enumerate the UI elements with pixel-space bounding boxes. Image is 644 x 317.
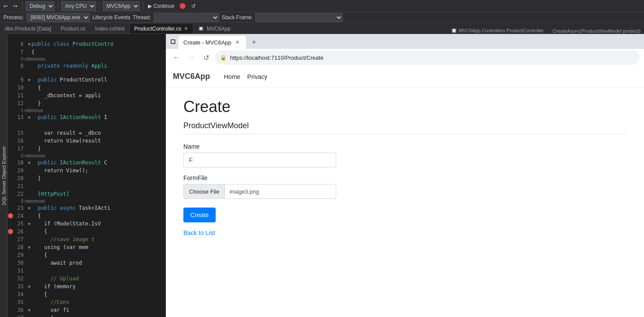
toolbar-undo-btn[interactable]: ↩ bbox=[2, 2, 10, 10]
browser-tab-close-btn[interactable]: ✕ bbox=[234, 39, 241, 46]
browser-active-tab[interactable]: Create - MVC6App ✕ bbox=[178, 36, 246, 49]
thread-select[interactable] bbox=[154, 13, 219, 22]
code-line-20: 20 ▼ } bbox=[8, 174, 165, 182]
collapse-28[interactable]: ▼ bbox=[28, 245, 31, 250]
browser-nav-bar: ← → ↺ 🔒 https://localhost:7110/Product/C… bbox=[166, 49, 644, 66]
mvc6app-controllers-label: 🔲 MVC6App Controllers ProductController bbox=[451, 28, 544, 34]
toolbar-extra-2[interactable]: ↺ bbox=[189, 2, 197, 10]
collapse-6[interactable]: ▼ bbox=[28, 42, 31, 47]
browser-new-tab-btn[interactable]: + bbox=[248, 36, 260, 48]
tab-product-controller-close[interactable]: ✕ bbox=[183, 26, 189, 31]
code-line-17: 17 ▼ } bbox=[8, 145, 165, 153]
bp-24-dot bbox=[8, 213, 13, 218]
code-line-10: 10 ▼ { bbox=[8, 84, 165, 92]
continue-btn[interactable]: ▶ Continue bbox=[146, 2, 176, 10]
linenum-12: 12 bbox=[15, 100, 28, 106]
linenum-13: 13 bbox=[15, 114, 28, 120]
linenum-32: 32 bbox=[15, 276, 28, 282]
linenum-26: 26 bbox=[15, 228, 28, 235]
name-field-group: Name bbox=[183, 143, 627, 167]
code-29-content: { bbox=[31, 252, 47, 258]
code-line-23: 23 ▼ public async Task<IActi bbox=[8, 204, 165, 212]
debug-mode-select[interactable]: Debug bbox=[26, 1, 55, 11]
page-title: Create bbox=[183, 98, 627, 116]
browser-back-btn[interactable]: ← bbox=[170, 51, 183, 64]
code-line-19: 19 ▼ return View(); bbox=[8, 167, 165, 174]
linenum-24: 24 bbox=[15, 213, 28, 219]
back-to-list-link[interactable]: Back to List bbox=[183, 229, 627, 236]
toolbar-sep-1 bbox=[22, 2, 23, 10]
file-name-display: image3.png bbox=[225, 188, 336, 195]
collapse-36[interactable]: ▼ bbox=[28, 308, 31, 313]
linenum-15: 15 bbox=[15, 130, 28, 136]
code-line-29: 29 ▼ { bbox=[8, 251, 165, 259]
tab-sql-label: dbo.Products [Data] bbox=[5, 26, 51, 32]
collapse-23[interactable]: ▼ bbox=[28, 206, 31, 211]
toolbar-extra-1[interactable]: 🔴 bbox=[178, 2, 188, 10]
submit-group: Create bbox=[183, 206, 627, 222]
app-select[interactable]: MVC6App bbox=[103, 1, 140, 11]
ref-8: 0 references bbox=[21, 56, 165, 62]
code-line-16: 16 ▼ return View(result bbox=[8, 137, 165, 145]
nav-link-home[interactable]: Home bbox=[224, 73, 240, 80]
vs-tab-bar: dbo.Products [Data] Product.cs Index.csh… bbox=[0, 23, 644, 34]
toolbar-redo-btn[interactable]: ↪ bbox=[11, 2, 19, 10]
tab-product-cs-label: Product.cs bbox=[61, 26, 86, 32]
linenum-37: 37 bbox=[15, 315, 28, 317]
linenum-35: 35 bbox=[15, 299, 28, 305]
code-11-content: _dbcontext = appli bbox=[31, 92, 101, 99]
code-8-content: private readonly Appli bbox=[31, 63, 107, 69]
tab-product-controller[interactable]: ProductController.cs ✕ bbox=[129, 23, 193, 34]
browser-forward-btn[interactable]: → bbox=[185, 51, 197, 64]
cpu-select[interactable]: Any CPU bbox=[61, 1, 96, 11]
linenum-36: 36 bbox=[15, 307, 28, 313]
code-19-content: return View(); bbox=[31, 167, 88, 174]
toolbar-sep-2 bbox=[58, 2, 58, 10]
collapse-9[interactable]: ▼ bbox=[28, 78, 31, 82]
browser-reload-btn[interactable]: ↺ bbox=[200, 51, 212, 64]
code-17-content: } bbox=[31, 146, 41, 152]
main-area: SQL Server Object Explorer 6 ▼ public cl… bbox=[0, 34, 644, 317]
code-18-content: public IActionResult C bbox=[31, 160, 107, 166]
code-32-content: // Upload bbox=[31, 276, 79, 282]
tab-sql[interactable]: dbo.Products [Data] bbox=[0, 23, 56, 34]
collapse-18[interactable]: ▼ bbox=[28, 160, 31, 165]
stack-select[interactable] bbox=[255, 13, 343, 22]
page-content: Create ProductViewModel Name FormFile Ch… bbox=[166, 87, 644, 317]
code-line-35: 35 ▼ //Conv bbox=[8, 298, 165, 306]
collapse-13[interactable]: ▼ bbox=[28, 115, 31, 120]
file-field-group: FormFile Choose File image3.png bbox=[183, 174, 627, 199]
back-link-container: Back to List bbox=[183, 229, 627, 236]
tab-product-cs[interactable]: Product.cs bbox=[56, 23, 90, 34]
code-28-content: using (var mem bbox=[31, 244, 88, 250]
code-line-11: 11 ▼ _dbcontext = appli bbox=[8, 92, 165, 99]
name-input[interactable] bbox=[183, 153, 336, 167]
collapse-25[interactable]: ▼ bbox=[28, 222, 31, 226]
toolbar-sep-3 bbox=[99, 2, 100, 10]
linenum-9: 9 bbox=[15, 77, 28, 83]
solution-explorer-strip: SQL Server Object Explorer bbox=[0, 34, 8, 317]
code-6-content: public class ProductContro bbox=[31, 41, 114, 47]
collapse-33[interactable]: ▼ bbox=[28, 284, 31, 289]
code-line-30: 30 ▼ await prod bbox=[8, 259, 165, 267]
code-37-content: { bbox=[31, 315, 54, 317]
address-bar[interactable]: 🔒 https://localhost:7110/Product/Create bbox=[215, 51, 640, 65]
code-line-37: 37 ▼ { bbox=[8, 314, 165, 317]
tab-mvc6app[interactable]: 🔲 MVC6App bbox=[193, 23, 235, 34]
tab-index-cshtml[interactable]: Index.cshtml bbox=[90, 23, 129, 34]
create-submit-btn[interactable]: Create bbox=[183, 208, 216, 222]
process-select[interactable]: [9092] MVC6App.exe bbox=[27, 13, 90, 22]
linenum-31: 31 bbox=[15, 268, 28, 274]
linenum-29: 29 bbox=[15, 252, 28, 258]
choose-file-btn[interactable]: Choose File bbox=[184, 184, 225, 198]
code-line-27: 27 ▼ //save image t bbox=[8, 235, 165, 243]
code-line-36: 36 ▼ var fi bbox=[8, 306, 165, 314]
code-9-content: public ProductControll bbox=[31, 77, 107, 83]
nav-link-privacy[interactable]: Privacy bbox=[247, 73, 267, 80]
ref-23-pre: 0 references bbox=[21, 198, 165, 204]
code-25-content: if (ModelState.IsV bbox=[31, 221, 101, 227]
code-line-31: 31 ▼ bbox=[8, 267, 165, 275]
code-24-content: { bbox=[31, 213, 41, 219]
code-13-content: public IActionResult I bbox=[31, 114, 107, 120]
app-brand: MVC6App bbox=[173, 72, 210, 81]
